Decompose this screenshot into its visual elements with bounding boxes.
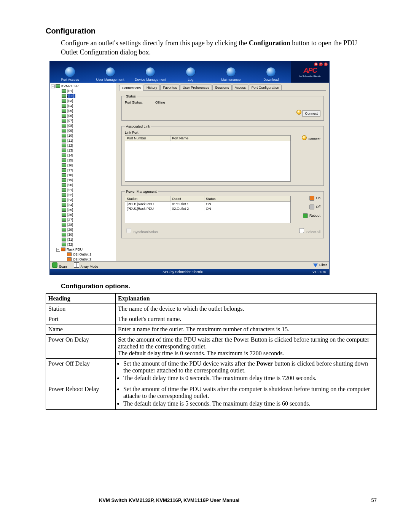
- off-button[interactable]: Off: [309, 204, 320, 209]
- on-button[interactable]: On: [309, 196, 320, 201]
- port-icon: [62, 238, 66, 241]
- tree-port[interactable]: [26]: [51, 212, 116, 217]
- tree-port[interactable]: [13]: [51, 148, 116, 153]
- tab-sessions[interactable]: Sessions: [212, 85, 232, 90]
- tab-port-configuration[interactable]: Port Configuration: [249, 85, 282, 90]
- tab-history[interactable]: History: [144, 85, 160, 90]
- tree-outlet[interactable]: ]01] Outlet 1: [51, 252, 116, 257]
- scan-button[interactable]: Scan: [52, 262, 67, 268]
- nav-download[interactable]: Download: [251, 61, 291, 83]
- device-tree[interactable]: −KVM2132P [01][02][03][04][05][06][07][0…: [50, 83, 116, 261]
- tree-port[interactable]: [23]: [51, 198, 116, 203]
- nav-maintenance[interactable]: Maintenance: [211, 61, 251, 83]
- tabs: Connections History Favorites User Prefe…: [119, 85, 326, 91]
- tab-access[interactable]: Access: [232, 85, 249, 90]
- tree-root[interactable]: −KVM2132P: [51, 84, 116, 89]
- tree-port[interactable]: [02]: [51, 94, 116, 99]
- tab-connections[interactable]: Connections: [119, 85, 143, 91]
- opts-heading-cell: Station: [46, 304, 116, 314]
- tree-port[interactable]: [12]: [51, 143, 116, 148]
- power-grid[interactable]: Station Outlet Status [PDU1]Rack PDU01:O…: [125, 196, 291, 223]
- tree-port[interactable]: [17]: [51, 168, 116, 173]
- log-icon: [186, 67, 196, 77]
- table-row[interactable]: [PDU1]Rack PDU02:Outlet 2ON: [125, 206, 290, 211]
- tree-pdu[interactable]: −Rack PDU: [51, 247, 116, 252]
- tree-label: [08]: [67, 124, 73, 128]
- cell-station: [PDU1]Rack PDU: [125, 202, 170, 206]
- tree-port[interactable]: [16]: [51, 163, 116, 168]
- tree-label: [26]: [67, 213, 73, 217]
- tree-port[interactable]: [27]: [51, 217, 116, 222]
- tree-port[interactable]: [19]: [51, 178, 116, 183]
- tree-port[interactable]: [25]: [51, 208, 116, 212]
- tree-port[interactable]: [30]: [51, 232, 116, 237]
- tree-port[interactable]: [18]: [51, 173, 116, 178]
- col-outlet: Outlet: [170, 196, 204, 201]
- brand-logo: ✕?⎘ APC by Schneider Electric: [291, 61, 329, 83]
- opts-text: The default delay time is 0 seconds. The…: [123, 375, 374, 382]
- tree-port[interactable]: [09]: [51, 128, 116, 133]
- tree-port[interactable]: [32]: [51, 242, 116, 247]
- tree-port[interactable]: [20]: [51, 183, 116, 188]
- tree-port[interactable]: [29]: [51, 227, 116, 232]
- tree-port[interactable]: [24]: [51, 203, 116, 208]
- tree-port[interactable]: [28]: [51, 222, 116, 227]
- port-icon: [62, 218, 66, 222]
- tree-port[interactable]: [07]: [51, 118, 116, 123]
- collapse-icon[interactable]: −: [51, 85, 55, 88]
- cell-station: [PDU1]Rack PDU: [125, 206, 170, 211]
- device-management-icon: [145, 67, 155, 77]
- tree-label: Rack PDU: [67, 248, 83, 251]
- tree-port[interactable]: [04]: [51, 104, 116, 109]
- link-connect[interactable]: Connect: [307, 137, 320, 141]
- cell-outlet: 01:Outlet 1: [170, 202, 204, 206]
- array-mode-button[interactable]: Array Mode: [74, 262, 99, 268]
- nav-log[interactable]: Log: [170, 61, 211, 83]
- nav-user-management[interactable]: User Management: [90, 61, 131, 83]
- connect-button[interactable]: Connect: [302, 110, 320, 117]
- tree-port[interactable]: [03]: [51, 99, 116, 104]
- footer-title: KVM Switch KVM2132P, KVM2116P, KVM1116P …: [99, 497, 239, 503]
- tree-label: [14]: [67, 153, 73, 157]
- tree-port[interactable]: [22]: [51, 193, 116, 198]
- tree-port[interactable]: [11]: [51, 138, 116, 143]
- opts-heading-cell: Power On Delay: [46, 334, 116, 358]
- window-controls[interactable]: ✕?⎘: [314, 62, 328, 66]
- main-panel: Connections History Favorites User Prefe…: [116, 83, 329, 261]
- link-port-grid[interactable]: Port Number Port Name: [125, 135, 291, 182]
- tree-label: [18]: [67, 173, 73, 177]
- tree-port[interactable]: [31]: [51, 237, 116, 242]
- tree-label: [31]: [67, 238, 73, 241]
- opts-heading-cell: Name: [46, 324, 116, 334]
- tree-port[interactable]: [01]: [51, 89, 116, 94]
- reboot-label: Reboot: [309, 214, 320, 217]
- tree-port[interactable]: [05]: [51, 109, 116, 113]
- nav-port-access[interactable]: Port Access: [50, 61, 90, 83]
- tree-port[interactable]: [15]: [51, 158, 116, 163]
- tab-user-preferences[interactable]: User Preferences: [180, 85, 212, 90]
- reboot-button[interactable]: Reboot: [303, 213, 320, 218]
- tree-port[interactable]: [14]: [51, 153, 116, 158]
- nav-device-management[interactable]: Device Management: [130, 61, 170, 83]
- link-legend: Associated Link: [125, 125, 151, 128]
- nav-label: Download: [251, 78, 291, 81]
- col-port-name: Port Name: [170, 136, 290, 141]
- tree-label: [01]: [67, 89, 73, 93]
- collapse-icon[interactable]: −: [56, 248, 60, 252]
- tree-port[interactable]: [21]: [51, 188, 116, 193]
- opts-heading-cell: Power Off Delay: [46, 358, 116, 384]
- tree-port[interactable]: [06]: [51, 113, 116, 118]
- nav-label: Port Access: [50, 78, 90, 81]
- filter-button[interactable]: Filter: [313, 263, 327, 267]
- sync-checkbox[interactable]: Synchronization: [125, 227, 158, 234]
- col-status: Status: [204, 196, 290, 201]
- page-number: 57: [371, 497, 377, 503]
- selectall-checkbox[interactable]: Select All: [298, 227, 320, 234]
- cell-outlet: 02:Outlet 2: [170, 206, 204, 211]
- tree-outlet[interactable]: ]02] Outlet 2: [51, 257, 116, 261]
- table-row[interactable]: [PDU1]Rack PDU01:Outlet 1ON: [125, 202, 290, 206]
- tree-port[interactable]: [08]: [51, 123, 116, 128]
- tab-favorites[interactable]: Favorites: [160, 85, 180, 90]
- section-title: Configuration: [46, 27, 377, 35]
- tree-port[interactable]: [10]: [51, 133, 116, 138]
